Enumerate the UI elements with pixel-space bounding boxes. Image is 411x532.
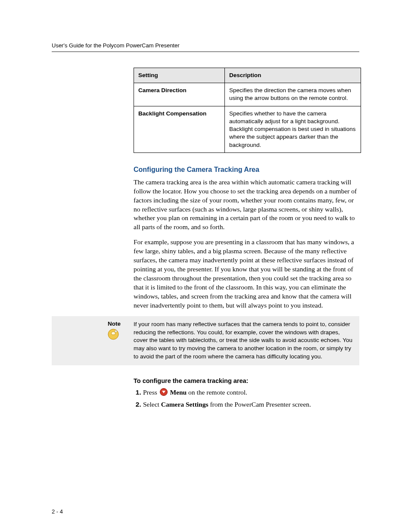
running-head: User's Guide for the Polycom PowerCam Pr…: [52, 42, 359, 49]
step-text: from the PowerCam Presenter screen.: [210, 401, 311, 408]
step: Press Menu on the remote control.: [143, 388, 359, 397]
step-text: Select: [143, 401, 161, 408]
setting-name: Camera Direction: [134, 83, 225, 106]
col-description: Description: [225, 68, 361, 83]
note-text: If your room has many reflective surface…: [134, 320, 353, 361]
setting-name: Backlight Compensation: [134, 106, 225, 152]
note-label: Note: [108, 320, 134, 327]
note-block: Note If your room has many reflective su…: [52, 316, 359, 365]
svg-point-1: [115, 330, 117, 332]
body-paragraph: The camera tracking area is the area wit…: [134, 178, 359, 232]
header-rule: [52, 51, 359, 52]
page-number: 2 - 4: [52, 508, 63, 515]
step-bold: Menu: [170, 389, 187, 396]
table-header-row: Setting Description: [134, 68, 361, 83]
page: User's Guide for the Polycom PowerCam Pr…: [0, 0, 411, 532]
procedure-steps: Press Menu on the remote control. Select…: [134, 388, 359, 409]
step-bold: Camera Settings: [161, 401, 209, 408]
setting-desc: Specifies the direction the camera moves…: [225, 83, 361, 106]
step-text: Press: [143, 389, 159, 396]
settings-table: Setting Description Camera Direction Spe…: [134, 68, 361, 153]
step: Select Camera Settings from the PowerCam…: [143, 400, 359, 409]
setting-desc: Specifies whether to have the camera aut…: [225, 106, 361, 152]
menu-button-icon: [160, 388, 168, 396]
main-content: Setting Description Camera Direction Spe…: [134, 68, 359, 409]
col-setting: Setting: [134, 68, 225, 83]
lightbulb-icon: [108, 329, 119, 340]
section-heading: Configuring the Camera Tracking Area: [134, 166, 359, 174]
table-row: Camera Direction Specifies the direction…: [134, 83, 361, 106]
body-paragraph: For example, suppose you are presenting …: [134, 238, 359, 310]
step-text: on the remote control.: [188, 389, 247, 396]
table-row: Backlight Compensation Specifies whether…: [134, 106, 361, 152]
procedure-heading: To configure the camera tracking area:: [134, 377, 359, 384]
note-gutter: Note: [52, 320, 134, 361]
